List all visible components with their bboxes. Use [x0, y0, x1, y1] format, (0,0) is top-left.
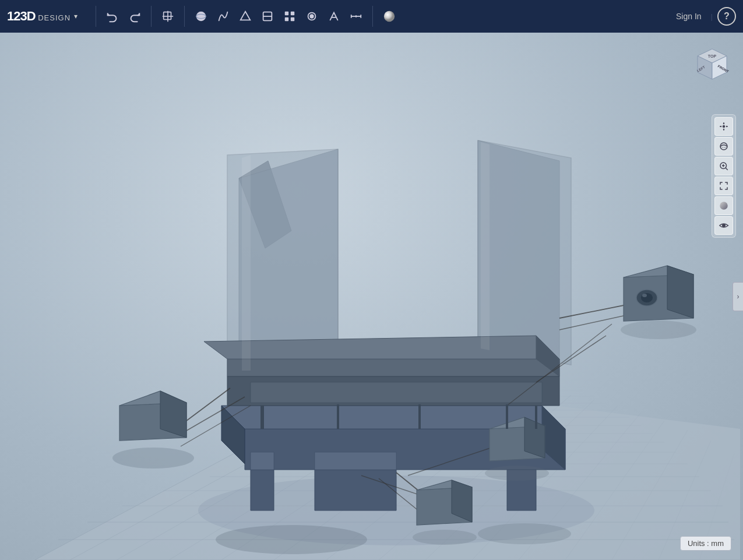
logo-text: 123D DESIGN — [7, 9, 71, 24]
separator-4 — [372, 6, 373, 27]
svg-marker-60 — [315, 470, 396, 510]
modify-button[interactable] — [257, 6, 278, 27]
svg-rect-0 — [164, 12, 171, 20]
logo-dropdown-icon[interactable]: ▾ — [74, 12, 78, 20]
right-panel-collapse-tab[interactable]: › — [733, 282, 743, 311]
perspective-button[interactable] — [714, 216, 733, 235]
tools-group-2 — [187, 6, 370, 27]
svg-marker-58 — [251, 452, 274, 470]
view-cube[interactable]: TOP LEFT FRONT — [692, 43, 733, 84]
material-group — [375, 6, 403, 27]
svg-marker-88 — [667, 266, 693, 318]
svg-marker-71 — [251, 382, 542, 403]
svg-point-117 — [723, 126, 725, 128]
svg-marker-109 — [242, 155, 251, 371]
svg-text:TOP: TOP — [708, 54, 717, 58]
separator-1 — [96, 6, 96, 27]
measure-button[interactable] — [346, 6, 367, 27]
svg-marker-5 — [241, 12, 251, 20]
svg-rect-11 — [291, 17, 294, 21]
svg-point-91 — [642, 294, 647, 297]
fit-all-button[interactable] — [714, 177, 733, 195]
add-solid-button[interactable] — [157, 6, 178, 27]
material-toggle-button[interactable] — [714, 196, 733, 215]
svg-point-99 — [621, 320, 696, 339]
svg-marker-66 — [478, 140, 571, 365]
sketch-button[interactable] — [213, 6, 234, 27]
svg-point-128 — [723, 224, 726, 227]
undo-button[interactable] — [102, 6, 123, 27]
svg-marker-67 — [227, 359, 559, 376]
separator-2 — [151, 6, 152, 27]
svg-point-122 — [720, 143, 727, 150]
svg-point-3 — [196, 12, 206, 22]
svg-rect-8 — [285, 12, 288, 15]
svg-point-19 — [384, 11, 395, 22]
units-badge[interactable]: Units : mm — [680, 536, 731, 551]
zoom-button[interactable] — [714, 157, 733, 175]
material-button[interactable] — [379, 6, 400, 27]
svg-point-101 — [413, 530, 477, 545]
svg-point-98 — [112, 448, 194, 469]
pattern-button[interactable] — [279, 6, 300, 27]
viewport[interactable]: TOP LEFT FRONT — [0, 33, 743, 560]
undo-redo-group — [98, 6, 149, 27]
redo-button[interactable] — [124, 6, 145, 27]
svg-marker-110 — [481, 142, 490, 350]
svg-point-100 — [485, 466, 549, 481]
logo-area[interactable]: 123D DESIGN ▾ — [0, 9, 93, 24]
separator-3 — [184, 6, 185, 27]
collapse-chevron-icon: › — [737, 293, 740, 301]
svg-rect-10 — [285, 17, 288, 21]
construct-button[interactable] — [235, 6, 256, 27]
help-button[interactable]: ? — [717, 7, 736, 26]
svg-point-102 — [216, 525, 367, 554]
svg-marker-57 — [251, 470, 274, 510]
svg-line-124 — [726, 168, 728, 170]
pan-button[interactable] — [714, 117, 733, 136]
navbar: 123D DESIGN ▾ — [0, 0, 743, 33]
svg-marker-61 — [315, 452, 396, 470]
svg-point-13 — [310, 15, 314, 18]
logo-subtitle: DESIGN — [36, 13, 71, 22]
orbit-button[interactable] — [714, 137, 733, 156]
3d-model — [0, 33, 743, 560]
signin-area: Sign In | ? — [671, 7, 743, 26]
snap-button[interactable] — [323, 6, 344, 27]
group-button[interactable] — [301, 6, 322, 27]
right-tools-panel — [712, 114, 736, 238]
svg-point-103 — [478, 523, 571, 544]
svg-rect-9 — [291, 12, 294, 15]
shapes-button[interactable] — [191, 6, 212, 27]
signin-button[interactable]: Sign In — [671, 9, 706, 23]
tools-group-1 — [154, 6, 182, 27]
svg-point-127 — [720, 202, 728, 210]
